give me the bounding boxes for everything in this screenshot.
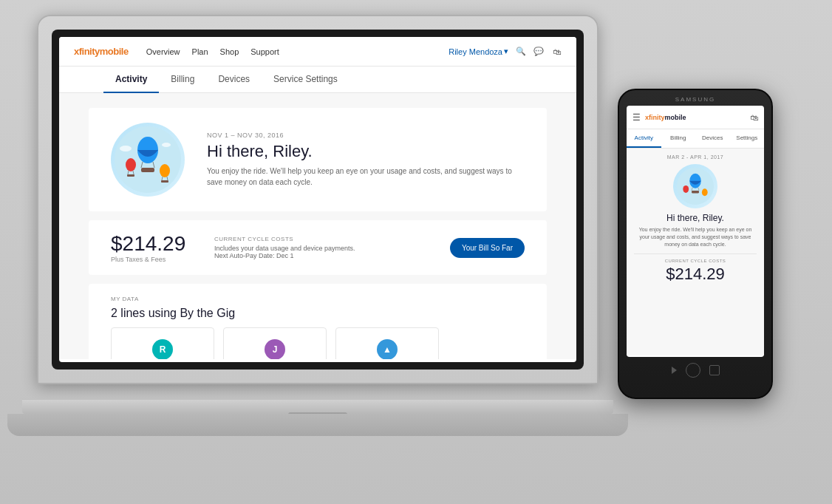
svg-rect-8 bbox=[127, 174, 134, 177]
phone-back-button[interactable] bbox=[672, 367, 677, 374]
svg-rect-19 bbox=[692, 191, 699, 193]
phone-navbar: ☰ xfinitymobile 🛍 bbox=[627, 106, 764, 129]
phone-nav-bar bbox=[672, 363, 720, 378]
avatar-card-j[interactable]: J bbox=[223, 327, 327, 359]
tab-service-settings[interactable]: Service Settings bbox=[262, 67, 349, 93]
phone-greeting: Hi there, Riley. bbox=[634, 213, 757, 223]
chat-icon[interactable]: 💬 bbox=[533, 47, 544, 57]
autopay-date: Next Auto-Pay Date: Dec 1 bbox=[214, 252, 435, 259]
date-range: NOV 1 – NOV 30, 2016 bbox=[207, 132, 525, 139]
laptop-base-bottom bbox=[7, 414, 628, 436]
plus-taxes-label: Plus Taxes & Fees bbox=[111, 256, 200, 263]
phone-tabs: Activity Billing Devices Settings bbox=[627, 129, 764, 149]
xfinity-logo: xfinitymobile bbox=[74, 46, 129, 57]
phone-balloon-svg bbox=[677, 168, 714, 205]
phone-balloon-illustration bbox=[673, 164, 717, 208]
phone-logo: xfinitymobile bbox=[645, 114, 750, 121]
laptop-bezel: xfinitymobile Overview Plan Shop Support… bbox=[52, 30, 584, 370]
svg-point-5 bbox=[126, 158, 136, 171]
laptop-nav-links: Overview Plan Shop Support bbox=[146, 47, 449, 56]
balloon-illustration bbox=[111, 123, 185, 197]
hero-text: NOV 1 – NOV 30, 2016 Hi there, Riley. Yo… bbox=[207, 132, 525, 188]
laptop-screen: xfinitymobile Overview Plan Shop Support… bbox=[59, 37, 576, 362]
nav-link-plan[interactable]: Plan bbox=[192, 47, 208, 56]
phone-screen: ☰ xfinitymobile 🛍 Activity Billing Devic… bbox=[627, 106, 764, 357]
laptop: xfinitymobile Overview Plan Shop Support… bbox=[37, 15, 599, 473]
data-section: MY DATA 2 lines using By the Gig R J bbox=[89, 284, 547, 359]
avatar-card-more[interactable]: ▲ bbox=[335, 327, 439, 359]
xfinity-logo-mobile: mobile bbox=[100, 46, 129, 57]
svg-point-20 bbox=[683, 185, 689, 193]
my-data-label: MY DATA bbox=[111, 296, 525, 302]
user-name-text: Riley Mendoza bbox=[449, 47, 502, 56]
phone-body: SAMSUNG ☰ xfinitymobile 🛍 Activity Billi… bbox=[618, 89, 773, 399]
svg-point-13 bbox=[120, 146, 132, 151]
scene: xfinitymobile Overview Plan Shop Support… bbox=[0, 0, 832, 504]
phone-recents-button[interactable] bbox=[709, 365, 720, 375]
phone-billing-label: CURRENT CYCLE COSTS bbox=[634, 259, 757, 263]
greeting-text: Hi there, Riley. bbox=[207, 142, 525, 161]
svg-rect-4 bbox=[141, 168, 154, 172]
phone-tab-settings[interactable]: Settings bbox=[730, 129, 765, 148]
user-avatars: R J ▲ bbox=[111, 327, 525, 359]
avatar-r: R bbox=[152, 339, 173, 359]
billing-amount-container: $214.29 Plus Taxes & Fees bbox=[111, 232, 200, 263]
greeting-subtitle: You enjoy the ride. We'll help you keep … bbox=[207, 166, 525, 188]
svg-point-14 bbox=[162, 143, 171, 147]
laptop-tabs: Activity Billing Devices Service Setting… bbox=[59, 67, 576, 93]
tab-activity[interactable]: Activity bbox=[103, 67, 159, 93]
phone-billing-amount: $214.29 bbox=[634, 265, 757, 284]
xfinity-logo-accent: xfinity bbox=[74, 46, 100, 57]
laptop-screen-content: NOV 1 – NOV 30, 2016 Hi there, Riley. Yo… bbox=[59, 93, 576, 359]
avatar-j: J bbox=[265, 339, 285, 359]
bill-so-far-button[interactable]: Your Bill So Far bbox=[450, 238, 525, 258]
phone-subtitle: You enjoy the ride. We'll help you keep … bbox=[634, 226, 757, 248]
nav-link-overview[interactable]: Overview bbox=[146, 47, 180, 56]
laptop-navbar: xfinitymobile Overview Plan Shop Support… bbox=[59, 37, 576, 67]
billing-description: Includes your data usage and device paym… bbox=[214, 245, 435, 252]
user-chevron-icon: ▾ bbox=[504, 47, 508, 56]
laptop-nav-right: Riley Mendoza ▾ 🔍 💬 🛍 bbox=[449, 47, 562, 57]
svg-point-9 bbox=[160, 164, 170, 177]
billing-amount: $214.29 bbox=[111, 232, 200, 256]
phone-tab-activity[interactable]: Activity bbox=[627, 129, 661, 148]
balloon-svg bbox=[115, 126, 181, 193]
tab-billing[interactable]: Billing bbox=[159, 67, 206, 93]
search-icon[interactable]: 🔍 bbox=[516, 47, 526, 57]
phone-tab-billing[interactable]: Billing bbox=[661, 129, 696, 148]
svg-point-21 bbox=[702, 188, 708, 196]
phone-logo-accent: xfinity bbox=[645, 114, 665, 121]
hero-section: NOV 1 – NOV 30, 2016 Hi there, Riley. Yo… bbox=[89, 108, 547, 211]
nav-link-support[interactable]: Support bbox=[250, 47, 279, 56]
laptop-body: xfinitymobile Overview Plan Shop Support… bbox=[37, 15, 599, 384]
phone-content: MAR 2 - APR 1, 2017 bbox=[627, 149, 764, 355]
avatar-card-r[interactable]: R bbox=[111, 327, 214, 359]
phone-menu-icon[interactable]: ☰ bbox=[632, 112, 641, 123]
data-lines-text: 2 lines using By the Gig bbox=[111, 307, 525, 320]
svg-rect-12 bbox=[161, 180, 168, 183]
tab-devices[interactable]: Devices bbox=[206, 67, 262, 93]
avatar-more: ▲ bbox=[377, 339, 398, 359]
svg-point-16 bbox=[689, 174, 701, 188]
phone-cart-icon[interactable]: 🛍 bbox=[750, 113, 758, 122]
nav-link-shop[interactable]: Shop bbox=[220, 47, 239, 56]
user-name[interactable]: Riley Mendoza ▾ bbox=[449, 47, 508, 56]
samsung-label: SAMSUNG bbox=[675, 96, 715, 103]
billing-details: CURRENT CYCLE COSTS Includes your data u… bbox=[214, 236, 435, 259]
billing-section: $214.29 Plus Taxes & Fees CURRENT CYCLE … bbox=[89, 220, 547, 275]
phone-tab-devices[interactable]: Devices bbox=[695, 129, 730, 148]
laptop-base bbox=[22, 399, 613, 414]
cart-icon[interactable]: 🛍 bbox=[551, 47, 562, 57]
phone-date-range: MAR 2 - APR 1, 2017 bbox=[634, 154, 757, 160]
current-cycle-label: CURRENT CYCLE COSTS bbox=[214, 236, 435, 242]
phone-home-button[interactable] bbox=[686, 363, 700, 378]
phone: SAMSUNG ☰ xfinitymobile 🛍 Activity Billi… bbox=[618, 89, 773, 399]
